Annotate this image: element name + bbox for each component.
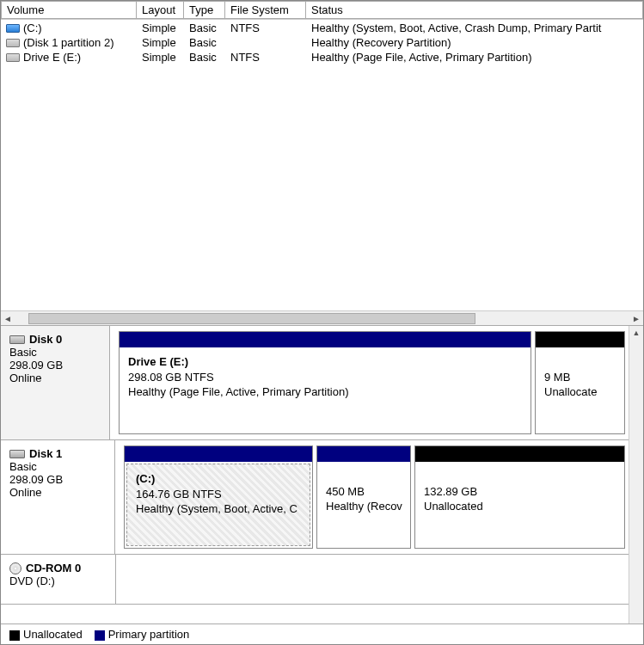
disk-label[interactable]: Disk 1Basic298.09 GBOnline (1, 440, 115, 554)
partition-status: Healthy (Page File, Active, Primary Part… (128, 385, 348, 398)
disk-row: CD-ROM 0DVD (D:) (1, 555, 629, 605)
partition-block[interactable]: 450 MBHealthy (Recov (316, 445, 411, 549)
partition-size: 164.76 GB NTFS (136, 488, 222, 501)
partition-block[interactable]: Drive E (E:)298.08 GB NTFSHealthy (Page … (119, 331, 531, 434)
col-volume[interactable]: Volume (1, 1, 137, 19)
partition-status: Unallocate (544, 385, 597, 398)
partition-title: (C:) (136, 472, 155, 485)
partition-bar (125, 446, 312, 462)
volume-status: Healthy (Recovery Partition) (306, 36, 643, 49)
col-status[interactable]: Status (306, 1, 643, 19)
volume-type: Basic (184, 36, 225, 49)
partition-status: Unallocated (424, 500, 483, 513)
partition-bar (415, 446, 624, 462)
disk-row: Disk 0Basic298.09 GBOnlineDrive E (E:)29… (1, 326, 629, 440)
volume-type: Basic (184, 51, 225, 64)
volume-list-header: Volume Layout Type File System Status (1, 1, 643, 20)
partition-block[interactable]: 132.89 GBUnallocated (414, 445, 625, 549)
partition-size: 132.89 GB (424, 485, 477, 498)
volume-type: Basic (184, 22, 225, 34)
disk-size: 298.09 GB (9, 473, 106, 486)
partition-icon (6, 53, 20, 62)
disk-name: Disk 0 (29, 333, 62, 346)
horizontal-scrollbar[interactable]: ◄ ► (1, 310, 643, 325)
partition-icon (6, 39, 20, 47)
vertical-scrollbar[interactable]: ▲ (629, 326, 643, 624)
disk-name: Disk 1 (29, 447, 62, 460)
col-filesystem[interactable]: File System (225, 1, 306, 19)
partition-block[interactable]: (C:)164.76 GB NTFSHealthy (System, Boot,… (124, 445, 313, 549)
col-type[interactable]: Type (184, 1, 225, 19)
partition-title: Drive E (E:) (128, 355, 188, 368)
disk-graphical-view[interactable]: Disk 0Basic298.09 GBOnlineDrive E (E:)29… (1, 326, 629, 624)
disk-name: CD-ROM 0 (26, 562, 81, 574)
partition-size: 298.08 GB NTFS (128, 371, 214, 384)
swatch-unallocated (9, 630, 20, 641)
disk-partitions (116, 555, 629, 604)
disk-type: DVD (D:) (9, 574, 107, 587)
disk-label[interactable]: Disk 0Basic298.09 GBOnline (1, 326, 110, 439)
partition-bar (536, 332, 624, 347)
volume-row[interactable]: Drive E (E:)SimpleBasicNTFSHealthy (Page… (1, 50, 643, 64)
disk-type: Basic (9, 346, 101, 359)
disk-icon (9, 450, 25, 458)
partition-block[interactable]: 9 MBUnallocate (535, 331, 625, 434)
partition-status: Healthy (Recov (326, 500, 402, 513)
disk-type: Basic (9, 460, 106, 473)
volume-fs (225, 36, 306, 49)
swatch-primary (95, 630, 105, 641)
disk-state: Online (9, 372, 101, 384)
partition-size: 450 MB (326, 485, 365, 498)
disk-state: Online (9, 486, 106, 499)
volume-name: (C:) (23, 22, 42, 34)
disk-label[interactable]: CD-ROM 0DVD (D:) (1, 555, 116, 604)
legend-primary: Primary partition (95, 628, 190, 641)
legend-unallocated: Unallocated (9, 628, 83, 641)
volume-status: Healthy (Page File, Active, Primary Part… (306, 51, 643, 64)
disk-row: Disk 1Basic298.09 GBOnline(C:)164.76 GB … (1, 440, 629, 555)
disk-icon (9, 335, 25, 344)
partition-bar (317, 446, 410, 462)
volume-fs: NTFS (225, 51, 306, 64)
volume-row[interactable]: (C:)SimpleBasicNTFSHealthy (System, Boot… (1, 21, 643, 35)
scroll-right-icon[interactable]: ► (629, 314, 643, 323)
legend: Unallocated Primary partition (1, 624, 643, 644)
partition-bar (120, 332, 531, 347)
disk-partitions: (C:)164.76 GB NTFSHealthy (System, Boot,… (115, 440, 629, 554)
volume-row[interactable]: (Disk 1 partition 2)SimpleBasicHealthy (… (1, 35, 643, 50)
volume-list[interactable]: (C:)SimpleBasicNTFSHealthy (System, Boot… (1, 20, 643, 310)
volume-layout: Simple (137, 36, 184, 49)
volume-layout: Simple (137, 51, 184, 64)
volume-status: Healthy (System, Boot, Active, Crash Dum… (306, 22, 643, 34)
scroll-left-icon[interactable]: ◄ (1, 314, 15, 323)
partition-size: 9 MB (544, 371, 570, 384)
col-layout[interactable]: Layout (137, 1, 184, 19)
drive-icon (6, 24, 20, 33)
volume-name: (Disk 1 partition 2) (23, 36, 113, 49)
volume-layout: Simple (137, 22, 184, 34)
scrollbar-thumb[interactable] (28, 313, 475, 324)
scroll-up-icon[interactable]: ▲ (633, 326, 641, 340)
disk-partitions: Drive E (E:)298.08 GB NTFSHealthy (Page … (110, 326, 629, 439)
partition-status: Healthy (System, Boot, Active, C (136, 502, 297, 515)
volume-name: Drive E (E:) (23, 51, 81, 64)
disk-size: 298.09 GB (9, 359, 101, 372)
cd-icon (9, 562, 21, 574)
volume-fs: NTFS (225, 22, 306, 34)
